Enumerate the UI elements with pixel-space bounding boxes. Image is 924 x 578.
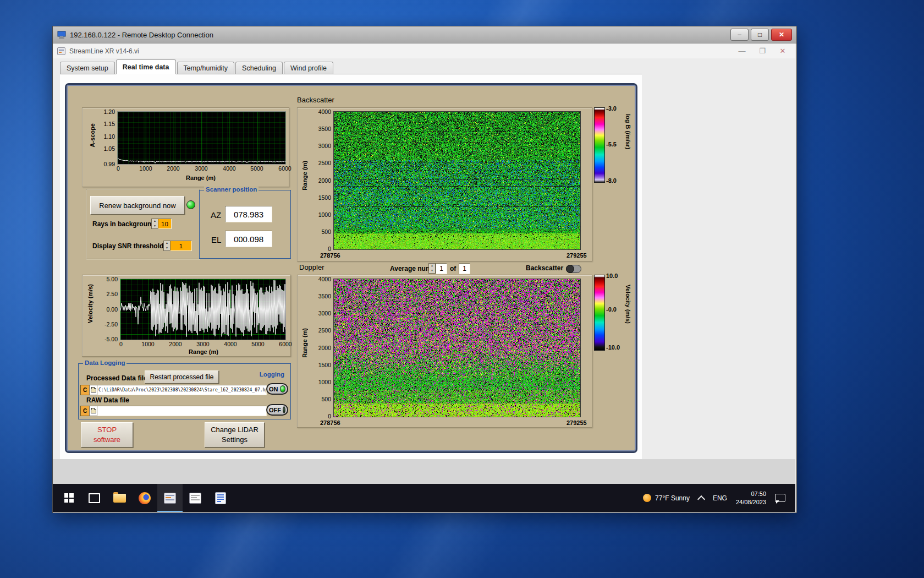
folder-icon	[91, 409, 96, 413]
logging-on-led-icon	[280, 385, 286, 392]
of-count-field[interactable]: 1	[459, 263, 470, 274]
app-restore-button[interactable]: ❐	[754, 47, 771, 55]
clock[interactable]: 07:50 24/08/2023	[736, 490, 766, 506]
language-indicator[interactable]: ENG	[713, 494, 727, 502]
average-value-field[interactable]: 1	[436, 263, 447, 274]
doppler-title: Doppler	[299, 263, 324, 271]
weather-text: 77°F Sunny	[655, 494, 690, 502]
backscatter-colorbar	[594, 107, 605, 183]
scanner-position-title: Scanner position	[204, 186, 258, 193]
snr-value-field[interactable]: 1	[170, 241, 192, 251]
vi-content: A-scope 1.20 1.15 1.10 1.05 0.99 0	[60, 74, 642, 460]
restore-icon: □	[758, 31, 762, 38]
firefox-icon	[139, 492, 151, 504]
el-value-field[interactable]: 000.098	[225, 231, 272, 247]
file-explorer-button[interactable]	[107, 484, 132, 512]
app-titlebar[interactable]: StreamLine XR v14-6.vi — ❐ ✕	[53, 43, 795, 58]
processed-file-label: Processed Data file	[86, 374, 147, 382]
rdp-minimize-button[interactable]: –	[730, 29, 749, 41]
streamline-app-button[interactable]	[157, 484, 183, 512]
backscatter-yticks: 4000 3500 3000 2500 2000 1500 1000 500 0	[310, 108, 331, 251]
raw-path-field[interactable]	[97, 406, 267, 416]
desktop: 192.168.0.122 - Remote Desktop Connectio…	[0, 0, 924, 578]
processed-logging-on-button[interactable]: ON	[266, 383, 288, 395]
tab-real-time-data[interactable]: Real time data	[116, 59, 176, 74]
spin-down-icon: ▼	[164, 246, 170, 251]
processed-drive-button[interactable]: C	[80, 385, 90, 395]
rdp-restore-button[interactable]: □	[751, 29, 769, 41]
raw-drive-button[interactable]: C	[80, 406, 90, 416]
rdp-window: 192.168.0.122 - Remote Desktop Connectio…	[52, 26, 797, 513]
of-label: of	[450, 265, 456, 272]
doppler-yticks: 4000 3500 3000 2500 2000 1500 1000 500 0	[310, 275, 331, 418]
a-scope-yticks: 1.20 1.15 1.10 1.05 0.99	[92, 108, 115, 168]
processed-path-field[interactable]: C:\LiDAR\Data\Proc\2023\202308\20230824\…	[97, 385, 267, 395]
tab-temp-humidity[interactable]: Temp/humidity	[177, 62, 235, 74]
backscatter-graph: Range (m) 4000 3500 3000 2500 2000 1500 …	[297, 107, 592, 261]
average-spinner[interactable]: ▲▼	[428, 263, 436, 274]
tray-chevron-icon[interactable]	[697, 495, 705, 503]
task-view-button[interactable]	[81, 484, 107, 512]
tab-wind-profile[interactable]: Wind profile	[284, 62, 333, 74]
weather-sunny-icon	[643, 494, 651, 502]
processed-browse-button[interactable]	[89, 385, 97, 395]
rdp-titlebar[interactable]: 192.168.0.122 - Remote Desktop Connectio…	[53, 26, 796, 43]
change-lidar-settings-button[interactable]: Change LiDARSettings	[205, 422, 265, 448]
task-view-icon	[89, 493, 100, 503]
labview-app-icon	[164, 493, 176, 504]
time-text: 07:50	[736, 490, 766, 498]
data-logging-title: Data Logging	[83, 359, 127, 366]
renew-background-button[interactable]: Renew background now	[90, 196, 185, 215]
backscatter-title: Backscatter	[297, 96, 334, 104]
az-label: AZ	[211, 210, 221, 220]
raw-file-label: RAW Data file	[86, 396, 129, 404]
scanner-position-frame: Scanner position AZ 078.983 EL 000.098	[199, 190, 291, 259]
a-scope-graph: A-scope 1.20 1.15 1.10 1.05 0.99 0	[82, 107, 289, 187]
app-close-button[interactable]: ✕	[774, 47, 791, 55]
tab-scheduling[interactable]: Scheduling	[235, 62, 283, 74]
snr-label: Display SNR threshold	[92, 242, 163, 250]
backscatter-ylabel: Range (m)	[301, 161, 308, 190]
logging-off-led-icon	[283, 406, 285, 413]
close-icon: ✕	[779, 31, 784, 38]
raw-browse-button[interactable]	[89, 406, 97, 416]
backscatter-toggle-label: Backscatter	[526, 264, 563, 272]
doppler-colorbar-group: 10.0 -0.0 -10.0 Velocity (m/s)	[594, 275, 654, 357]
notes-app-button[interactable]	[208, 484, 233, 512]
app-minimize-button[interactable]: —	[734, 47, 750, 55]
rdp-title: 192.168.0.122 - Remote Desktop Connectio…	[70, 31, 727, 39]
spin-up-icon: ▲	[164, 241, 170, 246]
backscatter-x-end: 279255	[566, 252, 587, 259]
weather-widget[interactable]: 77°F Sunny	[643, 494, 690, 502]
rays-value-field[interactable]: 10	[158, 219, 172, 229]
restart-processed-file-button[interactable]: Restart processed file	[145, 370, 219, 384]
backscatter-colorbar-label: log B (/m/sr)	[625, 114, 631, 149]
date-text: 24/08/2023	[736, 498, 766, 506]
remote-screen: StreamLine XR v14-6.vi — ❐ ✕ System setu…	[53, 43, 795, 512]
rays-label: Rays in background	[92, 220, 156, 228]
tab-strip: System setup Real time data Temp/humidit…	[60, 59, 334, 74]
velocity-yticks: 5.00 2.50 0.00 -2.50 -5.00	[95, 275, 118, 341]
rdp-close-button[interactable]: ✕	[771, 29, 792, 41]
spin-up-icon: ▲	[429, 264, 435, 269]
tab-system-setup[interactable]: System setup	[60, 62, 115, 74]
firefox-button[interactable]	[132, 484, 157, 512]
notification-center-icon[interactable]	[775, 494, 785, 502]
doppler-x-start: 278756	[320, 419, 340, 426]
scan-scheduler-button[interactable]	[183, 484, 208, 512]
labview-vi-icon	[57, 47, 65, 55]
document-icon	[215, 492, 226, 504]
raw-logging-off-button[interactable]: OFF	[266, 404, 288, 416]
backscatter-plot-area	[333, 111, 581, 250]
a-scope-plot-area	[117, 111, 286, 165]
rdp-computer-icon	[57, 31, 66, 39]
background-frame: Renew background now Rays in background …	[86, 189, 200, 260]
stop-software-button[interactable]: STOPsoftware	[81, 422, 133, 448]
data-logging-frame: Data Logging Processed Data file Restart…	[78, 363, 291, 419]
start-button[interactable]	[56, 484, 81, 512]
a-scope-xlabel: Range (m)	[165, 175, 237, 181]
backscatter-toggle[interactable]	[566, 265, 581, 273]
az-value-field[interactable]: 078.983	[225, 206, 272, 222]
folder-icon	[91, 388, 96, 392]
windows-logo-icon	[64, 493, 74, 503]
